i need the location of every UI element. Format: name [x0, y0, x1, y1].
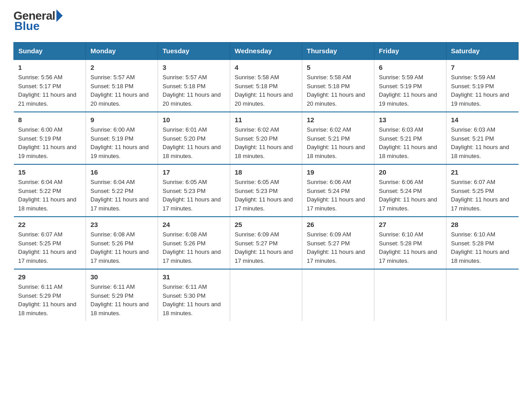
calendar-week-row: 22 Sunrise: 6:07 AMSunset: 5:25 PMDaylig…	[14, 217, 519, 269]
day-number: 12	[307, 116, 369, 124]
calendar-cell	[374, 269, 446, 321]
day-number: 18	[235, 168, 297, 176]
calendar-week-row: 1 Sunrise: 5:56 AMSunset: 5:17 PMDayligh…	[14, 60, 519, 112]
calendar-cell: 2 Sunrise: 5:57 AMSunset: 5:18 PMDayligh…	[86, 60, 158, 112]
day-number: 10	[163, 116, 225, 124]
day-info: Sunrise: 6:06 AMSunset: 5:24 PMDaylight:…	[379, 178, 442, 213]
logo-blue-text: Blue	[14, 19, 39, 33]
day-info: Sunrise: 6:08 AMSunset: 5:26 PMDaylight:…	[163, 230, 225, 265]
day-info: Sunrise: 6:03 AMSunset: 5:21 PMDaylight:…	[451, 125, 514, 160]
calendar-header-friday: Friday	[374, 43, 446, 60]
day-info: Sunrise: 6:00 AMSunset: 5:19 PMDaylight:…	[18, 125, 82, 160]
calendar-header-monday: Monday	[86, 43, 158, 60]
day-info: Sunrise: 5:56 AMSunset: 5:17 PMDaylight:…	[18, 73, 82, 108]
day-number: 20	[379, 168, 442, 176]
logo: General Blue	[13, 9, 63, 33]
day-number: 5	[307, 64, 369, 71]
calendar-week-row: 8 Sunrise: 6:00 AMSunset: 5:19 PMDayligh…	[14, 112, 519, 164]
day-info: Sunrise: 6:10 AMSunset: 5:28 PMDaylight:…	[379, 230, 442, 265]
calendar-cell: 9 Sunrise: 6:00 AMSunset: 5:19 PMDayligh…	[86, 112, 158, 164]
calendar-header-row: SundayMondayTuesdayWednesdayThursdayFrid…	[14, 43, 519, 60]
day-number: 14	[451, 116, 514, 124]
day-info: Sunrise: 5:59 AMSunset: 5:19 PMDaylight:…	[379, 73, 442, 108]
calendar-cell: 28 Sunrise: 6:10 AMSunset: 5:28 PMDaylig…	[446, 217, 519, 269]
calendar-cell: 5 Sunrise: 5:58 AMSunset: 5:18 PMDayligh…	[302, 60, 374, 112]
day-info: Sunrise: 6:05 AMSunset: 5:23 PMDaylight:…	[163, 178, 225, 213]
day-info: Sunrise: 6:11 AMSunset: 5:29 PMDaylight:…	[18, 283, 82, 317]
calendar-cell: 11 Sunrise: 6:02 AMSunset: 5:20 PMDaylig…	[230, 112, 302, 164]
day-info: Sunrise: 5:58 AMSunset: 5:18 PMDaylight:…	[235, 73, 297, 108]
day-info: Sunrise: 5:57 AMSunset: 5:18 PMDaylight:…	[90, 73, 153, 108]
day-info: Sunrise: 6:07 AMSunset: 5:25 PMDaylight:…	[451, 178, 514, 213]
day-number: 16	[90, 168, 153, 176]
day-info: Sunrise: 6:09 AMSunset: 5:27 PMDaylight:…	[307, 230, 369, 265]
day-number: 7	[451, 64, 514, 71]
day-number: 1	[18, 64, 82, 71]
day-number: 17	[163, 168, 225, 176]
day-number: 22	[18, 221, 82, 228]
day-info: Sunrise: 6:07 AMSunset: 5:25 PMDaylight:…	[18, 230, 82, 265]
day-number: 27	[379, 221, 442, 228]
calendar-cell: 22 Sunrise: 6:07 AMSunset: 5:25 PMDaylig…	[14, 217, 86, 269]
calendar-cell: 16 Sunrise: 6:04 AMSunset: 5:22 PMDaylig…	[86, 164, 158, 217]
calendar-cell: 1 Sunrise: 5:56 AMSunset: 5:17 PMDayligh…	[14, 60, 86, 112]
day-info: Sunrise: 6:02 AMSunset: 5:20 PMDaylight:…	[235, 125, 297, 160]
day-info: Sunrise: 5:57 AMSunset: 5:18 PMDaylight:…	[163, 73, 225, 108]
calendar-header-thursday: Thursday	[302, 43, 374, 60]
calendar-cell: 8 Sunrise: 6:00 AMSunset: 5:19 PMDayligh…	[14, 112, 86, 164]
day-info: Sunrise: 5:58 AMSunset: 5:18 PMDaylight:…	[307, 73, 369, 108]
calendar-table: SundayMondayTuesdayWednesdayThursdayFrid…	[13, 42, 519, 321]
day-info: Sunrise: 6:03 AMSunset: 5:21 PMDaylight:…	[379, 125, 442, 160]
calendar-cell: 21 Sunrise: 6:07 AMSunset: 5:25 PMDaylig…	[446, 164, 519, 217]
calendar-cell: 13 Sunrise: 6:03 AMSunset: 5:21 PMDaylig…	[374, 112, 446, 164]
calendar-week-row: 29 Sunrise: 6:11 AMSunset: 5:29 PMDaylig…	[14, 269, 519, 321]
day-info: Sunrise: 6:06 AMSunset: 5:24 PMDaylight:…	[307, 178, 369, 213]
calendar-cell: 7 Sunrise: 5:59 AMSunset: 5:19 PMDayligh…	[446, 60, 519, 112]
calendar-header-wednesday: Wednesday	[230, 43, 302, 60]
page-header: General Blue	[13, 9, 519, 33]
calendar-cell: 27 Sunrise: 6:10 AMSunset: 5:28 PMDaylig…	[374, 217, 446, 269]
calendar-cell	[446, 269, 519, 321]
calendar-cell: 10 Sunrise: 6:01 AMSunset: 5:20 PMDaylig…	[158, 112, 230, 164]
day-info: Sunrise: 6:11 AMSunset: 5:29 PMDaylight:…	[90, 283, 153, 317]
calendar-cell: 26 Sunrise: 6:09 AMSunset: 5:27 PMDaylig…	[302, 217, 374, 269]
calendar-header-sunday: Sunday	[14, 43, 86, 60]
day-info: Sunrise: 6:09 AMSunset: 5:27 PMDaylight:…	[235, 230, 297, 265]
day-number: 9	[90, 116, 153, 124]
day-number: 25	[235, 221, 297, 228]
day-number: 11	[235, 116, 297, 124]
calendar-cell: 25 Sunrise: 6:09 AMSunset: 5:27 PMDaylig…	[230, 217, 302, 269]
calendar-week-row: 15 Sunrise: 6:04 AMSunset: 5:22 PMDaylig…	[14, 164, 519, 217]
calendar-cell: 19 Sunrise: 6:06 AMSunset: 5:24 PMDaylig…	[302, 164, 374, 217]
day-number: 3	[163, 64, 225, 71]
calendar-header-tuesday: Tuesday	[158, 43, 230, 60]
calendar-cell: 17 Sunrise: 6:05 AMSunset: 5:23 PMDaylig…	[158, 164, 230, 217]
day-info: Sunrise: 6:11 AMSunset: 5:30 PMDaylight:…	[163, 283, 225, 317]
calendar-cell: 23 Sunrise: 6:08 AMSunset: 5:26 PMDaylig…	[86, 217, 158, 269]
calendar-cell: 15 Sunrise: 6:04 AMSunset: 5:22 PMDaylig…	[14, 164, 86, 217]
day-info: Sunrise: 6:02 AMSunset: 5:21 PMDaylight:…	[307, 125, 369, 160]
day-number: 23	[90, 221, 153, 228]
calendar-cell: 29 Sunrise: 6:11 AMSunset: 5:29 PMDaylig…	[14, 269, 86, 321]
day-info: Sunrise: 5:59 AMSunset: 5:19 PMDaylight:…	[451, 73, 514, 108]
calendar-cell: 4 Sunrise: 5:58 AMSunset: 5:18 PMDayligh…	[230, 60, 302, 112]
calendar-cell: 31 Sunrise: 6:11 AMSunset: 5:30 PMDaylig…	[158, 269, 230, 321]
calendar-cell: 20 Sunrise: 6:06 AMSunset: 5:24 PMDaylig…	[374, 164, 446, 217]
day-number: 21	[451, 168, 514, 176]
calendar-header-saturday: Saturday	[446, 43, 519, 60]
calendar-cell	[230, 269, 302, 321]
logo-arrow-icon	[56, 9, 63, 22]
day-number: 6	[379, 64, 442, 71]
day-number: 26	[307, 221, 369, 228]
day-info: Sunrise: 6:04 AMSunset: 5:22 PMDaylight:…	[90, 178, 153, 213]
calendar-cell: 3 Sunrise: 5:57 AMSunset: 5:18 PMDayligh…	[158, 60, 230, 112]
day-info: Sunrise: 6:08 AMSunset: 5:26 PMDaylight:…	[90, 230, 153, 265]
day-number: 19	[307, 168, 369, 176]
calendar-cell: 18 Sunrise: 6:05 AMSunset: 5:23 PMDaylig…	[230, 164, 302, 217]
day-info: Sunrise: 6:05 AMSunset: 5:23 PMDaylight:…	[235, 178, 297, 213]
calendar-cell: 12 Sunrise: 6:02 AMSunset: 5:21 PMDaylig…	[302, 112, 374, 164]
day-number: 2	[90, 64, 153, 71]
day-number: 13	[379, 116, 442, 124]
day-number: 31	[163, 273, 225, 281]
calendar-cell	[302, 269, 374, 321]
